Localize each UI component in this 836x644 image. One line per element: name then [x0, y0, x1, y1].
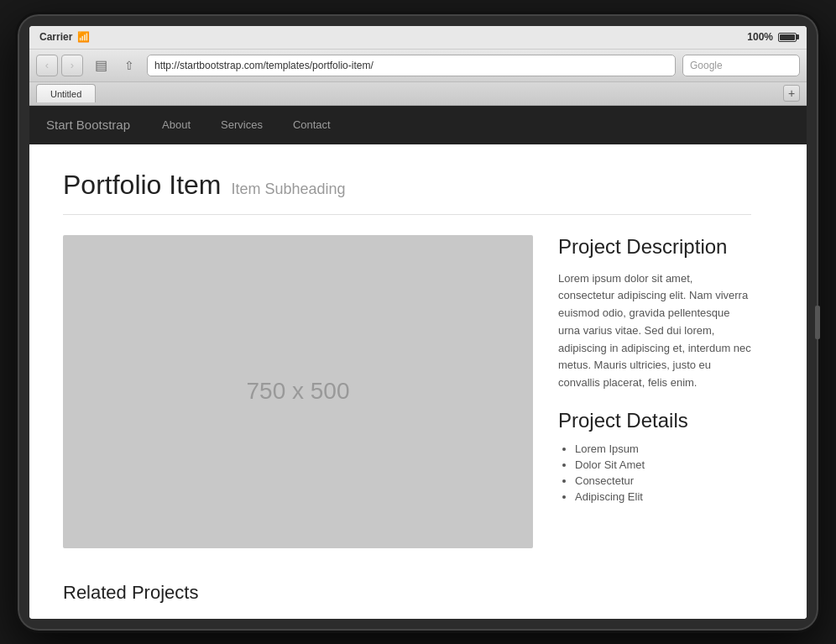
new-tab-button[interactable]: +: [783, 85, 800, 102]
project-description-title: Project Description: [558, 235, 751, 259]
url-bar[interactable]: http://startbootstrap.com/templates/port…: [147, 55, 676, 76]
share-button[interactable]: ⇧: [118, 55, 140, 76]
project-details-list: Lorem Ipsum Dolor Sit Amet Consectetur A…: [558, 442, 751, 503]
image-placeholder-text: 750 x 500: [247, 378, 350, 405]
navbar-brand[interactable]: Start Bootstrap: [46, 118, 130, 132]
side-button[interactable]: [815, 306, 820, 339]
search-bar[interactable]: Google: [682, 55, 800, 76]
reader-button[interactable]: ▤: [90, 55, 112, 76]
page-title: Portfolio Item: [63, 170, 222, 201]
list-item: Adipiscing Elit: [575, 490, 751, 503]
page-subtitle: Item Subheading: [232, 181, 346, 198]
status-left: Carrier 📶: [39, 31, 90, 43]
website-content: Start Bootstrap About Services Contact P…: [29, 106, 807, 619]
navbar-link-about[interactable]: About: [155, 115, 197, 134]
project-description-text: Lorem ipsum dolor sit amet, consectetur …: [558, 270, 751, 393]
battery-percent: 100%: [747, 31, 773, 43]
project-details-title: Project Details: [558, 409, 751, 432]
status-right: 100%: [747, 31, 797, 43]
page-header: Portfolio Item Item Subheading: [63, 170, 751, 215]
browser-chrome: ‹ › ▤ ⇧ http://startbootstrap.com/templa…: [29, 50, 807, 106]
content-row: 750 x 500 Project Description Lorem ipsu…: [63, 235, 751, 548]
navbar: Start Bootstrap About Services Contact: [29, 106, 807, 144]
navbar-link-contact[interactable]: Contact: [286, 115, 337, 134]
main-content: Portfolio Item Item Subheading 750 x 500…: [29, 144, 785, 619]
browser-toolbar: ‹ › ▤ ⇧ http://startbootstrap.com/templa…: [29, 50, 807, 81]
browser-tab[interactable]: Untitled: [36, 84, 96, 102]
back-button[interactable]: ‹: [36, 55, 58, 76]
device-frame: Carrier 📶 100% ‹ › ▤ ⇧ h: [15, 12, 821, 633]
forward-button[interactable]: ›: [61, 55, 83, 76]
nav-buttons: ‹ ›: [36, 55, 83, 76]
tabs-bar: Untitled +: [29, 81, 807, 105]
status-bar: Carrier 📶 100%: [29, 26, 807, 50]
carrier-label: Carrier: [39, 31, 72, 43]
device-screen: Carrier 📶 100% ‹ › ▤ ⇧ h: [29, 26, 807, 619]
list-item: Lorem Ipsum: [575, 442, 751, 455]
wifi-icon: 📶: [77, 31, 90, 43]
related-projects-title: Related Projects: [63, 573, 751, 604]
tab-title: Untitled: [50, 89, 81, 99]
battery-icon: [778, 33, 797, 42]
list-item: Dolor Sit Amet: [575, 458, 751, 471]
list-item: Consectetur: [575, 474, 751, 487]
search-placeholder: Google: [690, 60, 723, 71]
navbar-link-services[interactable]: Services: [214, 115, 269, 134]
project-info: Project Description Lorem ipsum dolor si…: [558, 235, 751, 548]
portfolio-image: 750 x 500: [63, 235, 533, 548]
